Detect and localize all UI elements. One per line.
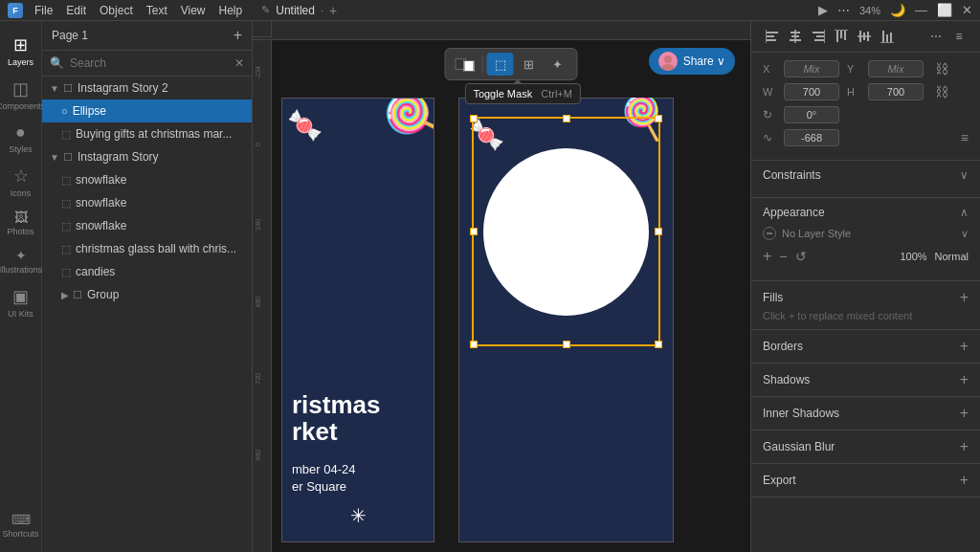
- instagram-story-1-frame[interactable]: ristmas rket mber 04-24 er Square ✳ 🍭 🍬: [281, 98, 434, 542]
- handle-tr[interactable]: [655, 115, 662, 122]
- add-style-button[interactable]: +: [763, 248, 771, 265]
- handle-tl[interactable]: [470, 115, 478, 122]
- layer-snowflake-2[interactable]: ⬚ snowflake: [42, 191, 252, 214]
- doc-name[interactable]: Untitled: [276, 4, 315, 17]
- svg-rect-15: [840, 31, 842, 38]
- align-middle-v-icon[interactable]: [855, 27, 874, 46]
- menu-object[interactable]: Object: [100, 4, 133, 17]
- add-border-button[interactable]: +: [960, 338, 969, 355]
- sidebar-item-layers[interactable]: ⊞ Layers: [2, 29, 40, 73]
- reset-style-button[interactable]: ↺: [795, 249, 807, 264]
- layer-label: Instagram Story: [78, 150, 244, 164]
- star-button[interactable]: ✦: [545, 53, 571, 76]
- components-icon: ◫: [12, 78, 29, 99]
- subtract-style-button[interactable]: −: [779, 249, 787, 264]
- instagram-story-2-container[interactable]: Instagram Story 2 1080×1920 🍭 🍬: [458, 98, 674, 542]
- more-align-icon[interactable]: ≡: [949, 27, 969, 46]
- add-shadow-button[interactable]: +: [960, 371, 969, 388]
- search-icon: 🔍: [50, 56, 64, 70]
- sidebar-item-illustrations[interactable]: ✦ Illustrations: [2, 242, 40, 280]
- handle-ml[interactable]: [470, 228, 478, 235]
- blend-mode[interactable]: Normal: [935, 251, 969, 262]
- layers-panel-header: Page 1 +: [42, 21, 252, 51]
- maximize-icon[interactable]: ⬜: [937, 3, 952, 17]
- layer-christmas-ball[interactable]: ⬚ christmas glass ball with chris...: [42, 237, 252, 260]
- handle-mr[interactable]: [655, 228, 662, 235]
- layer-instagram-story-2[interactable]: ▼ ☐ Instagram Story 2: [42, 77, 252, 99]
- export-title: Export: [763, 474, 796, 487]
- menu-view[interactable]: View: [181, 4, 206, 17]
- chevron-down-icon[interactable]: ▼: [50, 152, 59, 163]
- layer-label: christmas glass ball with chris...: [76, 242, 244, 255]
- sidebar-item-components[interactable]: ◫ Components: [2, 73, 40, 117]
- position-input[interactable]: [784, 129, 839, 146]
- handle-br[interactable]: [655, 341, 662, 348]
- ellipse-icon: ○: [61, 105, 68, 117]
- menu-text[interactable]: Text: [146, 4, 167, 17]
- layer-snowflake-1[interactable]: ⬚ snowflake: [42, 168, 252, 191]
- rotation-input[interactable]: [784, 106, 839, 123]
- menu-help[interactable]: Help: [219, 4, 243, 17]
- add-export-button[interactable]: +: [960, 472, 969, 489]
- add-inner-shadow-button[interactable]: +: [960, 405, 969, 422]
- sidebar-item-photos[interactable]: 🖼 Photos: [2, 204, 40, 242]
- handle-tm[interactable]: [563, 115, 570, 122]
- layer-group[interactable]: ▶ ☐ Group: [42, 283, 252, 306]
- align-bottom-icon[interactable]: [878, 27, 897, 46]
- gaussian-blur-title: Gaussian Blur: [763, 440, 835, 453]
- layer-style-dropdown[interactable]: ∨: [961, 228, 969, 240]
- grid-button[interactable]: ⊞: [516, 53, 543, 76]
- layer-ellipse[interactable]: ○ Ellipse: [42, 99, 252, 122]
- tab-add[interactable]: +: [329, 3, 337, 18]
- align-center-h-icon[interactable]: [786, 27, 805, 46]
- h-input[interactable]: [868, 83, 924, 100]
- layer-snowflake-3[interactable]: ⬚ snowflake: [42, 214, 252, 237]
- canvas-viewport[interactable]: ⬚ ⊞ ✦ Toggle Mask Ctrl+M Share ∨: [272, 40, 750, 552]
- christmas-text: ristmas rket: [292, 391, 424, 446]
- sidebar-item-uikits[interactable]: ▣ UI Kits: [2, 280, 40, 324]
- layer-buying-gifts[interactable]: ⬚ Buying gifts at christmas mar...: [42, 122, 252, 145]
- x-input[interactable]: [784, 60, 839, 77]
- ellipse-shape: [483, 148, 649, 316]
- appearance-toggle[interactable]: ∧: [960, 206, 969, 219]
- chevron-down-icon[interactable]: ▼: [50, 83, 59, 94]
- align-right-icon[interactable]: [809, 27, 828, 46]
- menu-file[interactable]: File: [34, 4, 53, 17]
- play-icon[interactable]: ▶: [818, 3, 828, 17]
- w-input[interactable]: [784, 83, 839, 100]
- menu-edit[interactable]: Edit: [66, 4, 86, 17]
- search-clear-icon[interactable]: ✕: [234, 56, 244, 70]
- add-fill-button[interactable]: +: [960, 289, 969, 306]
- handle-bl[interactable]: [470, 341, 478, 348]
- share-button[interactable]: Share ∨: [649, 48, 735, 75]
- add-blur-button[interactable]: +: [960, 438, 969, 455]
- color-swap-button[interactable]: [452, 53, 479, 76]
- minimize-icon[interactable]: —: [915, 3, 927, 17]
- sidebar-item-shortcuts[interactable]: ⌨ Shortcuts: [2, 506, 40, 544]
- toggle-mask-button[interactable]: ⬚: [487, 53, 514, 76]
- add-page-button[interactable]: +: [234, 27, 242, 44]
- search-input[interactable]: [70, 56, 229, 70]
- layer-instagram-story[interactable]: ▼ ☐ Instagram Story: [42, 145, 252, 168]
- more-options-icon[interactable]: ≡: [961, 130, 969, 145]
- link-proportions-icon[interactable]: ⛓: [935, 61, 948, 77]
- chevron-right-icon[interactable]: ▶: [61, 290, 69, 300]
- align-left-icon[interactable]: [763, 27, 782, 46]
- handle-bm[interactable]: [563, 341, 570, 348]
- zoom-level[interactable]: 34%: [859, 5, 880, 16]
- sidebar-item-icons[interactable]: ☆ Icons: [2, 160, 40, 204]
- grid-icon[interactable]: ⋯: [837, 3, 850, 17]
- close-icon[interactable]: ✕: [962, 3, 972, 17]
- align-top-icon[interactable]: [832, 27, 851, 46]
- layer-candies[interactable]: ⬚ candies: [42, 260, 252, 283]
- constrain-icon[interactable]: ⛓: [935, 84, 948, 99]
- layers-label: Layers: [8, 57, 33, 67]
- distribute-h-icon[interactable]: ⋯: [926, 27, 946, 46]
- moon-icon[interactable]: 🌙: [890, 3, 905, 17]
- y-input[interactable]: [868, 60, 924, 77]
- sidebar-item-styles[interactable]: ● Styles: [2, 117, 40, 160]
- candy-decoration: 🍭: [376, 98, 434, 153]
- canvas-area[interactable]: -900 -600 -300 0 188 400 600 890 1000 12…: [253, 21, 750, 552]
- constraints-toggle[interactable]: ∨: [960, 168, 969, 182]
- w-label: W: [763, 86, 776, 98]
